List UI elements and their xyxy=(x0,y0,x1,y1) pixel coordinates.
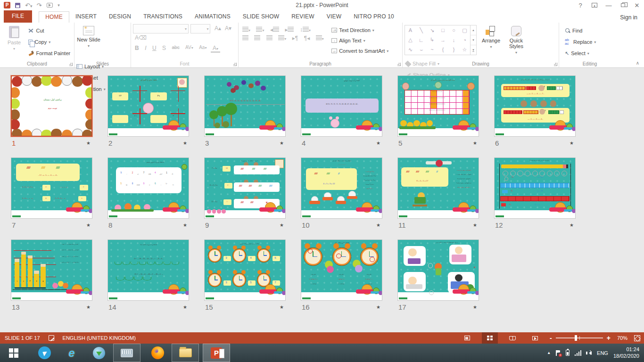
align-text-button[interactable]: ↕Align Text▾ xyxy=(331,36,388,45)
rounded-rectangle-shape-icon[interactable]: ▢ xyxy=(459,25,470,35)
taskbar-internet-explorer[interactable]: e xyxy=(61,344,82,362)
minimize-button[interactable]: — xyxy=(602,0,616,10)
oval-shape-icon[interactable]: ○ xyxy=(448,25,459,35)
line-shape-icon[interactable]: ╲ xyxy=(416,25,427,35)
tab-insert[interactable]: INSERT xyxy=(69,11,103,23)
restore-button[interactable] xyxy=(616,0,630,10)
slide-thumbnail-14[interactable]: عددها را به ترتیب ادامه بده4 ــ 6 ــ 8 ـ… xyxy=(107,239,189,301)
taskbar-file-explorer[interactable] xyxy=(172,344,199,362)
tab-review[interactable]: REVIEW xyxy=(285,11,321,23)
copy-button[interactable]: Copy▾ xyxy=(28,37,70,47)
align-left-button[interactable] xyxy=(240,34,250,42)
fit-to-window-button[interactable] xyxy=(634,335,640,341)
taskbar-on-screen-keyboard[interactable] xyxy=(113,344,140,362)
language-indicator[interactable]: ENGLISH (UNITED KINGDOM) xyxy=(63,335,136,341)
tab-nitro-pro-10[interactable]: NITRO PRO 10 xyxy=(347,11,400,23)
character-spacing-button[interactable]: AV▾ xyxy=(183,44,195,51)
star-shape-icon[interactable]: ☆ xyxy=(459,45,470,55)
close-button[interactable]: ✕ xyxy=(630,0,644,10)
normal-view-button[interactable] xyxy=(459,332,475,344)
increase-font-size-button[interactable]: A▴ xyxy=(213,24,223,33)
animation-star-icon[interactable]: ★ xyxy=(473,222,477,228)
slide-thumbnail-15[interactable]: ساعت چند را نشان می‌دهد؟ بنویس346357 xyxy=(204,239,286,301)
zoom-slider-thumb[interactable] xyxy=(575,335,577,341)
increase-indent-button[interactable]: ▸ xyxy=(283,25,296,34)
bullets-button[interactable]: ▾ xyxy=(240,25,252,34)
curve-shape-icon[interactable]: ~ xyxy=(427,45,438,55)
slide-thumbnail-8[interactable]: عددهای زیر را با حروف بنویس92741ــدوهفتچ… xyxy=(107,157,189,219)
slide-thumbnail-2[interactable]: جاهای خالی را کامل کن۲۳۳۹۷ ۱۴ ۰ xyxy=(107,75,189,137)
elbow-arrow-shape-icon[interactable]: ↳ xyxy=(427,35,438,45)
zoom-in-button[interactable]: + xyxy=(607,334,611,342)
slide-thumbnail-6[interactable]: با توجه به مربع‌های رنگ شده جاهای خالی ر… xyxy=(494,75,576,137)
animation-star-icon[interactable]: ★ xyxy=(183,304,187,310)
tab-animations[interactable]: ANIMATIONS xyxy=(189,11,237,23)
align-center-button[interactable] xyxy=(252,34,262,42)
slide-thumbnail-4[interactable]: اعداد را به ترتیب بنویس63 ـ 64 ـ 65 ـ 66… xyxy=(301,75,382,137)
taskbar-telegram[interactable]: ▶ xyxy=(34,344,55,362)
tab-file[interactable]: FILE xyxy=(4,10,32,23)
bold-button[interactable]: B xyxy=(133,44,141,52)
arrow-shape-icon[interactable]: ↘ xyxy=(427,25,438,35)
arc-shape-icon[interactable]: ⌣ xyxy=(416,45,427,55)
slide-thumbnail-10[interactable]: مسئله را با توجه به شکل حل کنــ ــ ــ ــ… xyxy=(301,157,382,219)
volume-icon[interactable] xyxy=(587,351,592,355)
slide-sorter-view-button[interactable] xyxy=(482,332,498,344)
numbering-button[interactable]: ▾ xyxy=(254,25,266,34)
rtl-button[interactable]: ¶◂ xyxy=(302,34,312,42)
tab-view[interactable]: VIEW xyxy=(321,11,347,23)
elbow-shape-icon[interactable]: ∟ xyxy=(416,35,427,45)
animation-star-icon[interactable]: ★ xyxy=(376,222,380,228)
tray-expand-icon[interactable]: ▲ xyxy=(547,351,551,355)
animation-star-icon[interactable]: ★ xyxy=(86,140,91,146)
animation-star-icon[interactable]: ★ xyxy=(570,222,574,228)
shapes-gallery-scrollbar[interactable]: ▴▾▾ xyxy=(470,25,476,55)
slide-thumbnail-7[interactable]: ////////////ـ 6 ـ + ـ 6 ـ + ـ 5 ـ = ـ 17… xyxy=(11,157,92,219)
zoom-level[interactable]: 70% xyxy=(617,335,627,341)
sign-in-link[interactable]: Sign in xyxy=(620,14,637,21)
font-color-button[interactable]: A▾ xyxy=(211,44,220,53)
justify-button[interactable]: ▾ xyxy=(276,34,288,42)
slide-thumbnail-1[interactable]: ریاضی اول دبستاننوبت دوم xyxy=(11,75,92,137)
line-spacing-button[interactable]: ↕▾ xyxy=(298,25,313,34)
animation-star-icon[interactable]: ★ xyxy=(183,222,187,228)
animation-star-icon[interactable]: ★ xyxy=(570,140,574,146)
brace-right-shape-icon[interactable]: } xyxy=(448,45,459,55)
notes-icon[interactable] xyxy=(49,335,54,341)
cut-button[interactable]: Cut xyxy=(28,26,70,35)
network-signal-icon[interactable] xyxy=(575,350,582,356)
triangle-shape-icon[interactable]: △ xyxy=(405,35,416,45)
decrease-indent-button[interactable]: ◂ xyxy=(268,25,281,34)
paragraph-dialog-launcher[interactable] xyxy=(397,63,401,66)
slide-thumbnail-12[interactable]: اندازه‌ی مداد بین کدام دو عدد است؟ـ 6 ــ… xyxy=(494,157,576,219)
tray-clock[interactable]: 01:24 18/02/2020 xyxy=(613,346,639,360)
clear-formatting-button[interactable]: A⌫ xyxy=(133,33,149,42)
tab-transitions[interactable]: TRANSITIONS xyxy=(137,11,189,23)
taskbar-powerpoint[interactable]: P xyxy=(203,344,230,362)
right-arrow-shape-icon[interactable]: → xyxy=(438,35,448,45)
taskbar-idm[interactable] xyxy=(89,344,109,362)
scribble-shape-icon[interactable]: ∿ xyxy=(405,45,416,55)
rectangle-shape-icon[interactable]: □ xyxy=(438,25,448,35)
slideshow-view-button[interactable] xyxy=(527,332,543,344)
start-button[interactable] xyxy=(0,344,27,362)
zoom-out-button[interactable]: - xyxy=(550,334,552,342)
ribbon-display-options-button[interactable]: ▴ xyxy=(587,0,602,10)
redo-icon[interactable]: ↶ xyxy=(37,2,42,8)
change-case-button[interactable]: Aa▾ xyxy=(197,44,208,51)
find-button[interactable]: Find xyxy=(565,26,596,35)
animation-star-icon[interactable]: ★ xyxy=(473,304,477,310)
slide-thumbnail-3[interactable]: 47 ـ 48 ـ 49 ـ 50 ـ 51 ـ 52 ـ 53 ـ 54 ـ … xyxy=(204,75,286,137)
slide-thumbnail-16[interactable]: جاهای خالی را کامل کنپایان وقتپایان وقتپ… xyxy=(301,239,382,301)
tab-design[interactable]: DESIGN xyxy=(103,11,137,23)
italic-button[interactable]: I xyxy=(143,44,148,52)
font-size-combobox[interactable]: ▾ xyxy=(190,24,210,33)
animation-star-icon[interactable]: ★ xyxy=(86,304,91,310)
slide-thumbnail-11[interactable]: //////////////8 + 4 + 5 = 17۸ دانش‌آموز … xyxy=(397,157,479,219)
slide-thumbnail-13[interactable]: بلندترین مداد شماره‌ی ـ ۲ ـ استکوتاه‌تری… xyxy=(11,239,92,301)
replace-button[interactable]: abacReplace▾ xyxy=(565,37,596,47)
battery-icon[interactable] xyxy=(566,350,570,356)
animation-star-icon[interactable]: ★ xyxy=(280,140,284,146)
paste-button[interactable]: Paste▾ xyxy=(2,24,26,60)
action-center-flag-icon[interactable]: ✕ xyxy=(556,350,561,356)
